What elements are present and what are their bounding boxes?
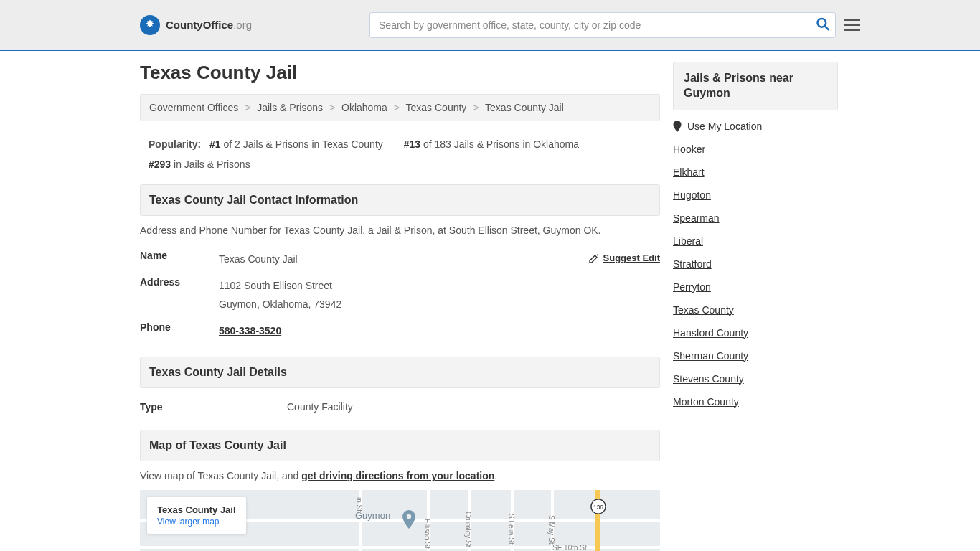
sidebar-link[interactable]: Hooker (673, 143, 705, 155)
type-label: Type (140, 401, 287, 413)
contact-section: Texas County Jail Contact Information Ad… (140, 184, 660, 344)
sidebar-link[interactable]: Sherman County (673, 350, 748, 362)
breadcrumb-link[interactable]: Texas County (406, 102, 467, 113)
breadcrumb-link[interactable]: Government Offices (149, 102, 238, 113)
suggest-edit-link[interactable]: Suggest Edit (588, 250, 660, 268)
sidebar-link[interactable]: Texas County (673, 304, 734, 316)
popularity-item: #293 in Jails & Prisons (149, 159, 250, 170)
address-value: 1102 South Ellison Street Guymon, Oklaho… (219, 276, 660, 314)
phone-link[interactable]: 580-338-3520 (219, 325, 281, 336)
sidebar-link[interactable]: Perryton (673, 281, 711, 293)
popularity-item: #1 of 2 Jails & Prisons in Texas County (209, 138, 392, 150)
breadcrumb-link[interactable]: Jails & Prisons (257, 102, 323, 113)
sidebar-link[interactable]: Elkhart (673, 166, 705, 178)
map-description: View map of Texas County Jail, and get d… (140, 470, 660, 481)
chevron-right-icon: > (245, 102, 250, 113)
use-location-link[interactable]: Use My Location (687, 121, 762, 132)
page-title: Texas County Jail (140, 62, 660, 84)
name-value: Texas County Jail Suggest Edit (219, 250, 660, 269)
eagle-icon (140, 15, 160, 35)
details-section: Texas County Jail Details Type County Fa… (140, 357, 660, 417)
location-pin-icon (673, 121, 682, 132)
phone-value: 580-338-3520 (219, 321, 660, 341)
top-bar: CountyOffice.org (0, 0, 980, 51)
map-card-title: Texas County Jail (157, 504, 236, 515)
type-value: County Facility (287, 401, 353, 413)
sidebar-link[interactable]: Spearman (673, 212, 720, 224)
name-label: Name (140, 250, 219, 269)
popularity-bar: Popularity: #1 of 2 Jails & Prisons in T… (140, 130, 660, 184)
sidebar-link[interactable]: Stevens County (673, 373, 744, 385)
popularity-item: #13 of 183 Jails & Prisons in Oklahoma (404, 138, 588, 150)
search-wrap (369, 12, 836, 38)
address-label: Address (140, 276, 219, 314)
map-town-marker-icon (402, 510, 416, 532)
street-label: Ellison St (423, 519, 431, 549)
directions-link[interactable]: get driving directions from your locatio… (301, 470, 494, 481)
search-input[interactable] (369, 12, 836, 38)
map-town-label: Guymon (355, 510, 390, 521)
section-header: Map of Texas County Jail (140, 430, 660, 461)
street-label: Crumley St (464, 512, 472, 547)
breadcrumb: Government Offices > Jails & Prisons > O… (140, 94, 660, 121)
highway-shield-icon: 136 (590, 499, 606, 514)
street-label: S May St (547, 515, 555, 545)
popularity-label: Popularity: (149, 138, 201, 150)
section-header: Texas County Jail Contact Information (140, 184, 660, 216)
map-section: Map of Texas County Jail View map of Tex… (140, 430, 660, 551)
chevron-right-icon: > (473, 102, 479, 113)
edit-icon (588, 253, 600, 264)
chevron-right-icon: > (329, 102, 335, 113)
sidebar-link[interactable]: Morton County (673, 396, 739, 408)
phone-label: Phone (140, 321, 219, 341)
sidebar-header: Jails & Prisons near Guymon (673, 62, 838, 110)
main-content: Texas County Jail Government Offices > J… (140, 62, 660, 551)
street-label: in St (355, 497, 363, 512)
sidebar-link[interactable]: Hugoton (673, 189, 711, 201)
section-description: Address and Phone Number for Texas Count… (140, 225, 660, 246)
section-header: Texas County Jail Details (140, 357, 660, 388)
svg-text:136: 136 (593, 504, 603, 511)
sidebar: Jails & Prisons near Guymon Use My Locat… (673, 62, 838, 551)
sidebar-link[interactable]: Hansford County (673, 327, 748, 339)
menu-button[interactable] (844, 19, 860, 31)
use-my-location[interactable]: Use My Location (673, 121, 838, 132)
breadcrumb-current: Texas County Jail (485, 102, 564, 113)
sidebar-link[interactable]: Liberal (673, 235, 703, 247)
breadcrumb-link[interactable]: Oklahoma (341, 102, 387, 113)
view-larger-map-link[interactable]: View larger map (157, 517, 236, 527)
svg-line-1 (825, 26, 829, 30)
street-label: SE 10th St (552, 544, 587, 551)
logo[interactable]: CountyOffice.org (140, 15, 252, 35)
map-info-card: Texas County Jail View larger map (147, 497, 246, 534)
search-icon (816, 17, 830, 31)
sidebar-link[interactable]: Stratford (673, 258, 712, 270)
search-button[interactable] (816, 17, 830, 33)
chevron-right-icon: > (394, 102, 400, 113)
logo-text: CountyOffice.org (166, 19, 252, 31)
svg-point-0 (818, 19, 826, 27)
map-embed[interactable]: in St Ellison St Crumley St S Lelia St S… (140, 490, 660, 551)
street-label: S Lelia St (507, 514, 515, 545)
